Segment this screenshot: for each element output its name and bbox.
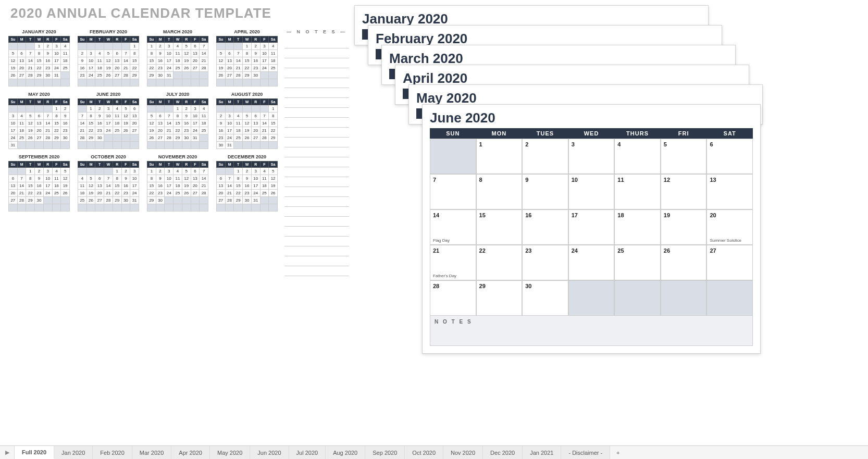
day-cell[interactable]: 29 xyxy=(476,280,523,316)
notes-line[interactable] xyxy=(284,88,349,98)
mini-day-cell xyxy=(35,204,44,212)
day-cell[interactable]: 4 xyxy=(614,139,661,174)
day-cell[interactable]: 3 xyxy=(568,139,615,174)
notes-line[interactable] xyxy=(284,246,349,256)
mini-day-cell: 21 xyxy=(200,57,208,65)
mini-day-cell xyxy=(243,105,252,113)
day-number: 29 xyxy=(479,283,519,289)
mini-day-cell: 25 xyxy=(234,134,243,142)
notes-line[interactable] xyxy=(284,227,349,237)
day-cell[interactable]: 15 xyxy=(476,209,523,245)
day-cell[interactable]: 13 xyxy=(706,174,753,209)
notes-line[interactable] xyxy=(284,207,349,217)
notes-line[interactable] xyxy=(284,187,349,197)
mini-day-cell xyxy=(43,142,52,149)
day-cell[interactable]: 14Flag Day xyxy=(430,209,476,245)
day-cell[interactable]: 20Summer Solstice xyxy=(706,209,753,245)
day-cell[interactable]: 19 xyxy=(661,209,707,245)
mini-dow: Sa xyxy=(200,162,208,168)
sheet-tab[interactable]: Jan 2020 xyxy=(54,446,93,459)
day-cell[interactable]: 27 xyxy=(706,245,753,280)
notes-line[interactable] xyxy=(284,138,349,147)
day-cell[interactable] xyxy=(706,280,753,316)
notes-line[interactable] xyxy=(284,108,349,118)
notes-line[interactable] xyxy=(284,266,349,276)
day-cell[interactable] xyxy=(430,139,476,174)
sheet-tab[interactable]: Jul 2020 xyxy=(289,446,326,459)
tab-nav-prev-icon[interactable]: ▶ xyxy=(0,446,15,459)
sheet-tab[interactable]: - Disclaimer - xyxy=(561,446,610,459)
day-cell[interactable] xyxy=(614,280,661,316)
day-cell[interactable]: 21Father's Day xyxy=(430,245,476,280)
notes-line[interactable] xyxy=(284,157,349,167)
mini-day-cell: 28 xyxy=(78,134,87,142)
notes-line[interactable] xyxy=(284,237,349,246)
mini-day-cell: 17 xyxy=(130,182,139,190)
day-cell[interactable]: 22 xyxy=(476,245,523,280)
day-cell[interactable]: 11 xyxy=(614,174,661,209)
day-cell[interactable] xyxy=(568,280,615,316)
day-cell[interactable]: 28 xyxy=(430,280,476,316)
notes-line[interactable] xyxy=(284,58,349,68)
sheet-tab[interactable]: Nov 2020 xyxy=(443,446,483,459)
mini-day-cell: 30 xyxy=(43,72,52,79)
dow-label: FRI xyxy=(661,128,707,139)
day-cell[interactable]: 8 xyxy=(476,174,523,209)
notes-line[interactable] xyxy=(284,147,349,157)
mini-day-cell xyxy=(269,72,278,79)
sheet-tab[interactable]: Aug 2020 xyxy=(326,446,365,459)
day-cell[interactable]: 17 xyxy=(568,209,615,245)
mini-month: OCTOBER 2020SuMTWRFSa1234567891011121314… xyxy=(78,154,139,212)
notes-line[interactable] xyxy=(284,167,349,177)
day-cell[interactable]: 1 xyxy=(476,139,523,174)
mini-day-cell: 18 xyxy=(113,120,121,127)
mini-day-cell xyxy=(234,105,243,113)
add-sheet-icon[interactable]: + xyxy=(610,446,626,459)
mini-day-cell: 24 xyxy=(86,72,95,79)
notes-line[interactable] xyxy=(284,128,349,138)
notes-line[interactable] xyxy=(284,78,349,88)
day-cell[interactable]: 7 xyxy=(430,174,476,209)
notes-line[interactable] xyxy=(284,39,349,48)
day-cell[interactable]: 25 xyxy=(614,245,661,280)
sheet-tab[interactable]: Mar 2020 xyxy=(132,446,171,459)
mini-day-cell xyxy=(78,168,87,175)
month-notes[interactable]: N O T E S xyxy=(430,316,753,346)
notes-line[interactable] xyxy=(284,48,349,58)
day-cell[interactable] xyxy=(661,280,707,316)
notes-line[interactable] xyxy=(284,197,349,207)
sheet-tab[interactable]: Dec 2020 xyxy=(483,446,523,459)
sheet-tab[interactable]: Jan 2021 xyxy=(523,446,561,459)
mini-day-cell: 7 xyxy=(165,113,173,120)
notes-line[interactable] xyxy=(284,256,349,266)
day-cell[interactable]: 5 xyxy=(661,139,707,174)
day-cell[interactable]: 26 xyxy=(661,245,707,280)
day-number: 8 xyxy=(479,177,519,183)
day-cell[interactable]: 30 xyxy=(522,280,568,316)
month-grid: 1234567891011121314Flag Day151617181920S… xyxy=(430,139,753,316)
day-number: 7 xyxy=(433,177,473,183)
day-cell[interactable]: 9 xyxy=(522,174,568,209)
day-cell[interactable]: 10 xyxy=(568,174,615,209)
day-cell[interactable]: 18 xyxy=(614,209,661,245)
day-cell[interactable]: 2 xyxy=(522,139,568,174)
notes-line[interactable] xyxy=(284,68,349,78)
sheet-tab[interactable]: Sep 2020 xyxy=(365,446,405,459)
sheet-tab[interactable]: Jun 2020 xyxy=(250,446,289,459)
sheet-tab[interactable]: May 2020 xyxy=(210,446,250,459)
day-cell[interactable]: 12 xyxy=(661,174,707,209)
notes-line[interactable] xyxy=(284,177,349,187)
day-cell[interactable]: 16 xyxy=(522,209,568,245)
annual-grid: JANUARY 2020SuMTWRFSa1234567891011121314… xyxy=(8,29,279,212)
notes-line[interactable] xyxy=(284,98,349,108)
day-cell[interactable]: 24 xyxy=(568,245,615,280)
mini-day-cell: 26 xyxy=(104,72,113,79)
day-cell[interactable]: 23 xyxy=(522,245,568,280)
sheet-tab[interactable]: Apr 2020 xyxy=(171,446,210,459)
notes-line[interactable] xyxy=(284,118,349,128)
notes-line[interactable] xyxy=(284,217,349,227)
day-cell[interactable]: 6 xyxy=(706,139,753,174)
sheet-tab[interactable]: Oct 2020 xyxy=(405,446,443,459)
sheet-tab[interactable]: Full 2020 xyxy=(15,446,54,459)
sheet-tab[interactable]: Feb 2020 xyxy=(93,446,132,459)
